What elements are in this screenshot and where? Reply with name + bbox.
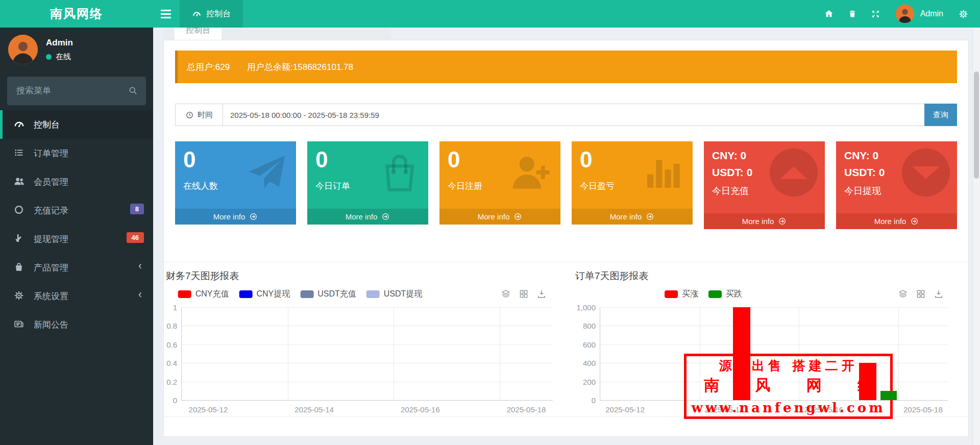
legend-item[interactable]: CNY充值 (178, 289, 229, 300)
navbar-tab-label: 控制台 (206, 9, 231, 19)
brand-logo[interactable]: 南风网络 (0, 0, 153, 28)
charts-section: 财务7天图形报表 CNY充值 CNY提现 USDT充值 (164, 262, 968, 417)
trash-icon[interactable] (841, 0, 864, 28)
search-input[interactable] (7, 77, 146, 105)
legend-item[interactable]: USDT充值 (300, 289, 356, 300)
sidebar-item-label: 新闻公告 (34, 319, 68, 331)
sidebar-item-recharge-records[interactable]: 充值记录 8 (0, 196, 153, 225)
more-info-link[interactable]: More info (175, 209, 296, 225)
sidebar-item-orders[interactable]: 订单管理 (0, 139, 153, 167)
legend-label: CNY充值 (195, 289, 229, 300)
y-tick: 1 (173, 303, 177, 312)
clock-icon (185, 111, 194, 119)
more-info-label: More info (742, 217, 774, 226)
expand-icon[interactable] (864, 0, 888, 28)
download-icon[interactable] (536, 289, 547, 299)
arrow-circle-right-icon (513, 212, 522, 221)
users-icon (13, 176, 26, 188)
arrow-circle-right-icon (249, 212, 258, 221)
sidebar-item-withdrawals[interactable]: 提现管理 46 (0, 225, 153, 253)
more-info-link[interactable]: More info (307, 209, 428, 225)
y-tick: 0.2 (166, 377, 177, 386)
sidebar: Admin 在线 控制台 订单管理 会员管理 充值记录 8 (0, 28, 153, 445)
arrow-circle-right-icon (910, 217, 919, 226)
sidebar-item-label: 系统设置 (34, 290, 68, 302)
x-tick: 2025-05-14 (295, 405, 334, 414)
x-tick: 2025-05-12 (189, 405, 228, 414)
stat-box-today-profit-loss: 0 今日盈亏 More info (572, 141, 693, 225)
arrow-circle-right-icon (381, 212, 390, 221)
dashboard-icon (192, 9, 202, 19)
arrow-circle-right-icon (778, 217, 787, 226)
bar-buy-down-2025-05-17 (880, 391, 897, 400)
orders-plot: 1,000 800 600 400 200 0 2025-05-12 2025-… (600, 307, 948, 401)
stat-box-today-recharge: CNY: 0 USDT: 0 今日充值 More info (704, 141, 825, 229)
chart-toolbar (898, 289, 944, 299)
date-filter: 时间 查询 (175, 104, 957, 126)
orders-chart: 订单7天图形报表 买涨 买跌 (575, 269, 959, 416)
main-panel: 总用户:629 用户总余额:1586826101.78 时间 查询 0 在线人数… (163, 40, 969, 437)
more-info-link[interactable]: More info (704, 213, 825, 229)
query-button[interactable]: 查询 (924, 104, 957, 126)
user-status[interactable]: 在线 (46, 52, 73, 62)
time-addon: 时间 (175, 104, 223, 126)
cogs-icon[interactable] (951, 0, 975, 28)
content-area: 控制台 总用户:629 用户总余额:1586826101.78 时间 查询 0 … (153, 28, 980, 445)
y-tick: 0 (592, 396, 596, 405)
sidebar-item-label: 订单管理 (34, 147, 68, 159)
total-balance-text: 用户总余额:1586826101.78 (247, 61, 353, 73)
navbar-right: Admin (817, 0, 975, 28)
y-tick: 0.8 (166, 322, 177, 330)
badge-count: 8 (130, 204, 144, 214)
y-tick: 200 (583, 377, 596, 386)
legend-label: CNY提现 (256, 289, 290, 300)
layers-icon[interactable] (898, 289, 908, 299)
home-icon[interactable] (817, 0, 841, 28)
sidebar-item-products[interactable]: 产品管理 ‹ (0, 253, 153, 282)
navbar-tab-dashboard[interactable]: 控制台 (180, 0, 243, 28)
grid-icon[interactable] (916, 289, 926, 299)
total-users-text: 总用户:629 (187, 61, 230, 73)
y-tick: 0 (173, 396, 177, 405)
legend-label: USDT提现 (384, 289, 423, 300)
chart-toolbar (501, 289, 547, 299)
status-label: 在线 (56, 52, 71, 62)
shopping-bag-icon (13, 261, 26, 274)
sidebar-item-label: 提现管理 (34, 233, 68, 245)
user-menu[interactable]: Admin (888, 5, 951, 23)
more-info-link[interactable]: More info (836, 213, 957, 229)
download-icon[interactable] (934, 289, 944, 299)
sidebar-item-news[interactable]: 新闻公告 (0, 310, 153, 339)
chart-title: 订单7天图形报表 (575, 269, 959, 283)
more-info-label: More info (610, 212, 642, 221)
sidebar-menu: 控制台 订单管理 会员管理 充值记录 8 提现管理 46 产品管理 ‹ 系统设置 (0, 110, 153, 339)
legend-item[interactable]: 买涨 (665, 289, 698, 300)
legend-swatch (178, 290, 191, 298)
sidebar-toggle-button[interactable] (153, 0, 179, 28)
more-info-link[interactable]: More info (439, 209, 560, 225)
sidebar-item-settings[interactable]: 系统设置 ‹ (0, 282, 153, 310)
legend-swatch (708, 290, 722, 298)
legend-item[interactable]: 买跌 (708, 289, 742, 300)
date-range-input[interactable] (223, 104, 924, 126)
layers-icon[interactable] (501, 289, 511, 299)
chart-legend: CNY充值 CNY提现 USDT充值 USDT提现 (178, 289, 423, 300)
list-icon (13, 147, 26, 159)
legend-item[interactable]: CNY提现 (239, 289, 290, 300)
stat-box-online-users: 0 在线人数 More info (175, 141, 296, 225)
stat-boxes-row: 0 在线人数 More info 0 今日订单 More info (175, 141, 957, 229)
bar-chart-icon (640, 149, 687, 195)
sidebar-item-label: 产品管理 (34, 262, 68, 274)
user-plus-icon (507, 149, 554, 195)
scrollbar-thumb[interactable] (974, 71, 979, 179)
shopping-bag-icon (375, 149, 422, 195)
paper-plane-icon (243, 149, 290, 195)
more-info-link[interactable]: More info (572, 209, 693, 225)
tab-dashboard[interactable]: 控制台 (175, 28, 222, 40)
search-icon[interactable] (128, 85, 138, 96)
sidebar-user-panel: Admin 在线 (0, 28, 153, 71)
sidebar-item-dashboard[interactable]: 控制台 (0, 110, 153, 139)
sidebar-item-members[interactable]: 会员管理 (0, 167, 153, 196)
legend-item[interactable]: USDT提现 (366, 289, 423, 300)
grid-icon[interactable] (519, 289, 529, 299)
